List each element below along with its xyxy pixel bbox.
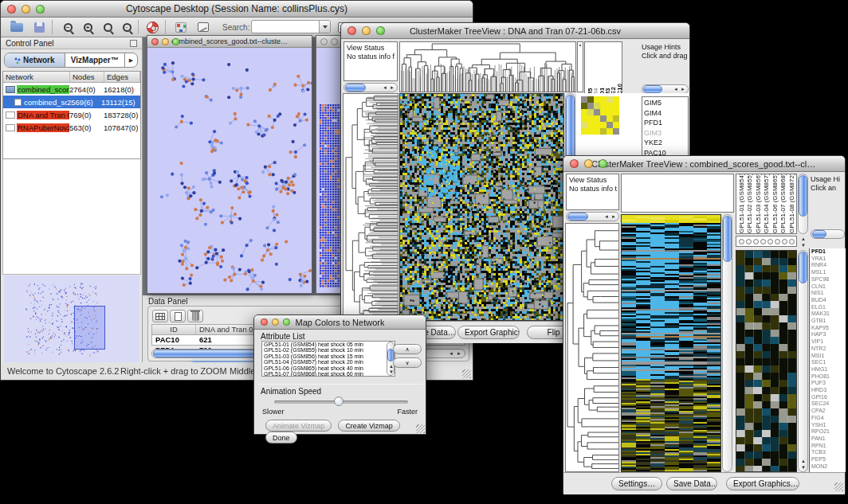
gene-list-item[interactable]: MSI1 [811, 353, 844, 360]
gene-list-item[interactable]: VIP1 [811, 338, 844, 346]
heatmap-panel[interactable] [621, 214, 721, 472]
resize-grip[interactable] [834, 483, 843, 491]
minimize-button[interactable] [272, 318, 279, 326]
gene-list-item[interactable]: PFD1 [811, 248, 844, 256]
zoom-button[interactable] [172, 38, 179, 45]
gene-list-item[interactable]: GIM5 [644, 98, 686, 108]
move-up-button[interactable]: ∧ [393, 344, 422, 354]
selected-cluster-heatmap[interactable] [736, 250, 797, 472]
attribute-list[interactable]: GPL51-01 (GSM854) heat shock 05 minGPL51… [261, 341, 395, 377]
column-labels-vscrollbar[interactable] [798, 174, 808, 234]
attribute-list-item[interactable]: GPL51-03 (GSM856) heat shock 15 min [264, 354, 395, 359]
minimize-button[interactable] [584, 159, 593, 168]
resize-grip[interactable] [462, 369, 471, 378]
view-status-hscrollbar[interactable]: ◄ ► [344, 83, 398, 92]
close-button[interactable] [320, 38, 328, 45]
minimize-button[interactable] [362, 26, 371, 35]
minimize-button[interactable] [22, 5, 30, 14]
network-row[interactable]: combined_scores_ 2764(0) 16218(0) [3, 83, 140, 96]
gene-list-item[interactable]: CPA2 [811, 408, 844, 415]
close-button[interactable] [151, 38, 159, 45]
close-button[interactable] [347, 26, 356, 35]
zoom-button[interactable] [376, 26, 385, 35]
scroll-down-icon[interactable]: ▼ [801, 243, 806, 248]
column-dendrogram-panel[interactable] [399, 41, 576, 92]
gene-list-item[interactable]: SEC1 [811, 359, 844, 366]
gene-list-item[interactable]: NTR2 [811, 346, 844, 353]
gene-list-item[interactable]: BUD4 [811, 297, 844, 304]
gene-list-item[interactable]: FIG4 [811, 415, 844, 422]
scroll-up-icon[interactable]: ▲ [801, 236, 806, 241]
tab-network[interactable]: Network [5, 53, 65, 67]
move-down-button[interactable]: ∨ [393, 357, 422, 368]
minimize-button[interactable] [162, 38, 169, 45]
zoom-button[interactable] [36, 5, 45, 14]
gene-list-item[interactable]: RPO21 [811, 428, 844, 436]
attribute-list-item[interactable]: GPL51-02 (GSM855) heat shock 10 min [264, 347, 395, 353]
heatmap-panel[interactable] [399, 93, 564, 321]
treeview2-gene-list[interactable]: PFD1YRA1RNR4MSL1SPC98CLN1NIS1BUD4ELG1MAK… [809, 248, 846, 472]
gene-list-item[interactable]: GIM3 [644, 128, 686, 139]
gene-list-item[interactable]: GPI16 [811, 394, 844, 401]
gene-list-item[interactable]: MAK31 [811, 311, 844, 318]
gene-list-item[interactable]: PFD1 [644, 118, 686, 128]
gene-list-item[interactable]: GTB1 [811, 318, 844, 325]
gene-list-item[interactable]: KAP95 [811, 325, 844, 332]
gene-list-item[interactable]: NIS1 [811, 290, 844, 297]
resize-grip[interactable] [416, 424, 425, 433]
gene-list-item[interactable]: YKE2 [644, 138, 686, 148]
network-overview-icon[interactable] [173, 20, 189, 34]
row-dendrogram-panel[interactable] [343, 93, 398, 321]
gene-list-item[interactable]: RNR4 [811, 262, 844, 269]
gene-list-item[interactable]: PUF3 [811, 380, 844, 387]
tab-vizmapper[interactable]: VizMapper™ [65, 53, 125, 67]
view-status-hscrollbar[interactable]: ◄ ► [566, 212, 619, 221]
zoom-selected-icon[interactable] [100, 20, 116, 34]
attribute-list-item[interactable]: GPL51-06 (GSM865) heat shock 40 min [264, 365, 395, 371]
correlation-matrix[interactable] [581, 96, 619, 135]
column-dendrogram-panel[interactable] [621, 174, 734, 213]
treeview-button[interactable]: Settings… [611, 477, 662, 490]
dialog-button[interactable]: Done [265, 432, 297, 443]
gene-list-item[interactable]: MSL1 [811, 269, 844, 276]
treeview1-titlebar[interactable]: ClusterMaker TreeView : DNA and Tran 07-… [341, 23, 689, 39]
network-view-titlebar[interactable]: combined_scores_good.txt--cluste… [147, 36, 312, 48]
treeview-button[interactable]: Save Data… [666, 477, 717, 490]
dropdown-arrow-icon[interactable] [319, 21, 330, 33]
network-row[interactable]: DNA and Tran 07 769(0) 183728(0) [3, 108, 140, 121]
attribute-list-item[interactable]: GPL51-07 (GSM868) heat shock 60 min [264, 371, 395, 377]
open-file-icon[interactable] [9, 20, 25, 34]
treeview2-column-labels[interactable]: GPL51-01 (GSM854)GPL51-02 (GSM855)GPL51-… [736, 174, 797, 234]
dialog-button[interactable]: Create Vizmap [338, 420, 399, 432]
gene-list-item[interactable]: HAP3 [811, 331, 844, 338]
gene-list-item[interactable]: CLN1 [811, 283, 844, 291]
new-attribute-icon[interactable] [170, 310, 186, 322]
gene-list-item[interactable]: GIM4 [644, 108, 686, 119]
gene-list-item[interactable]: RPN1 [811, 443, 844, 450]
gene-list-item[interactable]: PHO81 [811, 373, 844, 381]
select-attributes-icon[interactable] [152, 310, 168, 322]
float-panel-icon[interactable] [130, 40, 137, 47]
gene-list-item[interactable]: ELG1 [811, 304, 844, 311]
dialog-titlebar[interactable]: Map Colors to Network [254, 315, 426, 330]
zoom-button[interactable] [599, 159, 607, 168]
annotation-icon[interactable] [195, 20, 211, 34]
usage-hints-hscrollbar[interactable] [811, 229, 845, 239]
tab-overflow-icon[interactable]: ▶ [124, 53, 137, 67]
network-row[interactable]: combined_sco 2569(6) 13112(15) [3, 96, 140, 108]
gene-list-item[interactable]: TCB3 [811, 449, 844, 456]
gene-list-item[interactable]: PEP5 [811, 456, 844, 463]
close-button[interactable] [7, 5, 16, 14]
zoom-in-icon[interactable]: + [80, 20, 96, 34]
treeview2-titlebar[interactable]: ClusterMaker TreeView : combined_scores_… [563, 156, 845, 172]
gene-list-item[interactable]: HMG1 [811, 366, 844, 373]
attribute-list-item[interactable]: GPL51-01 (GSM854) heat shock 05 min [264, 342, 395, 347]
search-input[interactable] [251, 20, 331, 33]
network-row[interactable]: RNAPuberNov2+ 563(0) 107847(0) [3, 121, 140, 134]
zoom-out-icon[interactable]: − [60, 20, 76, 34]
gene-list-item[interactable]: YSH1 [811, 422, 844, 429]
network-graph-canvas[interactable] [147, 49, 312, 293]
treeview1-gene-list[interactable]: GIM5GIM4PFD1GIM3YKE2PAC10 [642, 96, 689, 163]
row-dendrogram-panel[interactable] [565, 223, 619, 472]
minimize-button[interactable] [331, 38, 338, 45]
